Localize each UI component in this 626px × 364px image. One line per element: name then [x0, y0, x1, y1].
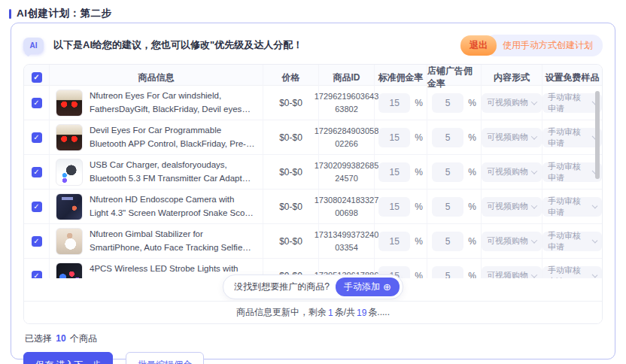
table-header-row: ✓ 商品信息 价格 商品ID 标准佣金率 店铺广告佣金率 内容形式 设置免费样品 — [24, 65, 602, 86]
select-all-checkbox[interactable]: ✓ — [32, 72, 42, 83]
free-sample-select[interactable]: 手动审核申请 — [542, 266, 602, 279]
table-row: ✓ Nfutreon Gimbal Stabilizer for SmartiP… — [24, 224, 602, 259]
vertical-scrollbar[interactable] — [595, 91, 600, 179]
row-checkbox[interactable]: ✓ — [32, 167, 42, 177]
exit-button[interactable]: 退出 — [460, 35, 497, 56]
footer-actions: 保存 进入下一步 批量编辑佣金 — [23, 352, 603, 364]
ad-commission-input[interactable]: 5 — [432, 197, 463, 217]
percent-sign: % — [468, 132, 476, 143]
percent-sign: % — [468, 167, 476, 177]
std-commission-input[interactable]: 15 — [378, 232, 410, 251]
row-checkbox[interactable]: ✓ — [32, 98, 42, 108]
status-remaining-count: 1 — [328, 308, 333, 318]
std-commission-input[interactable]: 15 — [378, 162, 410, 182]
free-sample-value: 手动审核申请 — [548, 230, 589, 253]
product-title: Nfutreon Eyes For Car windshield, Father… — [90, 89, 255, 117]
chevron-down-icon — [531, 99, 537, 105]
std-commission-input[interactable]: 15 — [378, 93, 410, 113]
manual-create-plan-link[interactable]: 使用手动方式创建计划 — [485, 35, 603, 56]
free-sample-select[interactable]: 手动审核申请 — [542, 162, 602, 182]
free-sample-select[interactable]: 手动审核申请 — [542, 232, 602, 251]
ai-icon-label: AI — [30, 41, 38, 50]
percent-sign: % — [415, 271, 423, 279]
ad-commission-input[interactable]: 5 — [432, 232, 463, 251]
row-checkbox[interactable]: ✓ — [32, 202, 42, 212]
save-next-step-button[interactable]: 保存 进入下一步 — [23, 352, 113, 364]
check-icon: ✓ — [33, 203, 39, 211]
content-format-select[interactable]: 可视频购物 — [482, 232, 542, 251]
manual-add-button[interactable]: 手动添加 ⊕ — [336, 278, 400, 296]
free-sample-cell: 手动审核申请 — [542, 86, 602, 120]
chevron-down-icon — [531, 168, 537, 174]
chevron-down-icon — [591, 237, 597, 243]
product-id-line1: 17302099382685 — [315, 159, 379, 172]
product-id-line2: 03354 — [335, 241, 358, 254]
content-format-cell: 可视频购物 — [482, 86, 542, 120]
content-format-value: 可视频购物 — [487, 97, 528, 108]
chevron-down-icon — [531, 271, 537, 278]
ad-commission-cell: 5 % — [427, 120, 482, 154]
banner-actions: 退出 使用手动方式创建计划 — [460, 35, 603, 56]
manual-add-row: 没找到想要推广的商品? 手动添加 ⊕ — [24, 278, 602, 301]
product-id-line2: 63802 — [335, 103, 358, 116]
row-checkbox-cell: ✓ — [24, 120, 50, 154]
std-commission-cell: 15 % — [375, 86, 427, 120]
content-format-select[interactable]: 可视频购物 — [482, 128, 542, 147]
table-row: ✓ Nfutreon HD Endoscope Camera with Ligh… — [24, 190, 602, 224]
batch-edit-commission-button[interactable]: 批量编辑佣金 — [126, 352, 204, 364]
row-checkbox[interactable]: ✓ — [32, 271, 42, 279]
product-title: Nfutreon HD Endoscope Camera with Light … — [90, 193, 255, 220]
free-sample-select[interactable]: 手动审核申请 — [542, 93, 602, 113]
ad-commission-input[interactable]: 5 — [432, 266, 463, 279]
ai-chat-bubble-icon: AI — [23, 38, 44, 53]
row-checkbox-cell: ✓ — [24, 259, 50, 278]
check-icon: ✓ — [33, 74, 39, 81]
title-marker — [9, 9, 11, 19]
manual-add-pill: 没找到想要推广的商品? 手动添加 ⊕ — [223, 275, 403, 299]
product-id-cell: 17296219603643 63802 — [319, 86, 375, 120]
row-checkbox[interactable]: ✓ — [32, 132, 42, 143]
content-format-value: 可视频购物 — [487, 166, 528, 177]
check-icon: ✓ — [33, 238, 39, 245]
row-checkbox-cell: ✓ — [24, 86, 50, 120]
percent-sign: % — [468, 236, 476, 247]
product-id-line2: 02266 — [335, 138, 358, 150]
content-format-value: 可视频购物 — [487, 201, 528, 212]
std-commission-cell: 15 % — [375, 155, 427, 189]
chevron-down-icon — [591, 202, 597, 208]
free-sample-select[interactable]: 手动审核申请 — [542, 128, 602, 147]
ad-commission-input[interactable]: 5 — [432, 162, 463, 182]
content-format-select[interactable]: 可视频购物 — [482, 93, 542, 113]
update-status-bar: 商品信息更新中，剩余 1 条/共 19 条..... — [24, 301, 602, 323]
std-commission-input[interactable]: 15 — [378, 197, 410, 217]
product-title: Devil Eyes For Car Programmable Bluetoot… — [90, 124, 255, 151]
percent-sign: % — [468, 271, 476, 279]
content-format-value: 可视频购物 — [487, 235, 528, 247]
row-checkbox-cell: ✓ — [24, 155, 50, 189]
ad-commission-cell: 5 % — [427, 86, 482, 120]
ad-commission-input[interactable]: 5 — [432, 128, 463, 147]
free-sample-select[interactable]: 手动审核申请 — [542, 197, 602, 217]
chevron-down-icon — [591, 271, 597, 278]
content-format-select[interactable]: 可视频购物 — [482, 162, 542, 182]
std-commission-input[interactable]: 15 — [378, 128, 410, 147]
row-checkbox[interactable]: ✓ — [32, 236, 42, 247]
product-id-line1: 17296284903058 — [315, 125, 379, 138]
product-id-line2: 00698 — [335, 207, 358, 220]
ad-commission-input[interactable]: 5 — [432, 93, 463, 113]
content-format-cell: 可视频购物 — [482, 120, 542, 154]
percent-sign: % — [415, 202, 423, 212]
product-info-cell: Devil Eyes For Car Programmable Bluetoot… — [50, 120, 263, 154]
status-prefix: 商品信息更新中，剩余 — [236, 306, 327, 319]
product-price: $0-$0 — [263, 120, 319, 154]
content-format-select[interactable]: 可视频购物 — [482, 197, 542, 217]
table-row: ✓ USB Car Charger, dealsforyoudays, Blue… — [24, 155, 602, 190]
free-sample-cell: 手动审核申请 — [542, 155, 602, 189]
check-icon: ✓ — [33, 168, 39, 176]
ad-commission-cell: 5 % — [427, 190, 482, 223]
product-info-cell: Nfutreon Gimbal Stabilizer for SmartiPho… — [50, 224, 263, 258]
percent-sign: % — [415, 98, 423, 108]
content-format-select[interactable]: 可视频购物 — [482, 266, 542, 279]
product-info-cell: Nfutreon HD Endoscope Camera with Light … — [50, 190, 263, 223]
chevron-down-icon — [531, 202, 537, 208]
